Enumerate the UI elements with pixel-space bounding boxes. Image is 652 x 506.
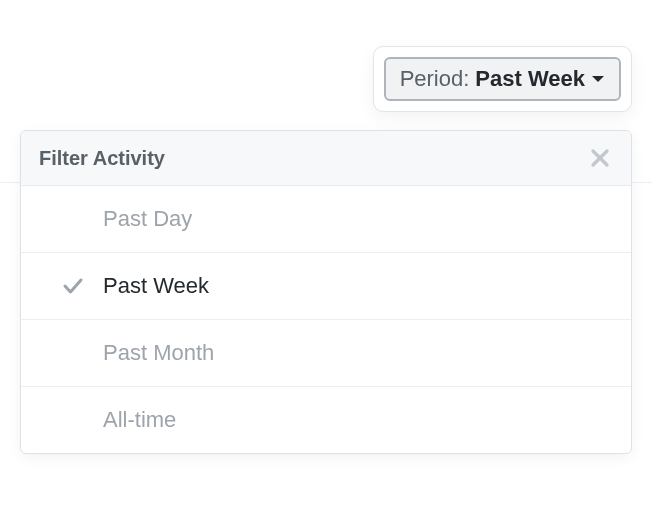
option-past-week[interactable]: Past Week <box>21 253 631 320</box>
option-label: Past Day <box>103 206 192 232</box>
check-icon <box>61 274 85 298</box>
period-label: Period: <box>400 68 470 90</box>
close-icon[interactable] <box>587 145 613 171</box>
period-dropdown-button[interactable]: Period: Past Week <box>384 57 621 101</box>
period-button-wrapper: Period: Past Week <box>373 46 632 112</box>
option-label: Past Month <box>103 340 214 366</box>
option-past-day[interactable]: Past Day <box>21 186 631 253</box>
filter-activity-panel: Filter Activity Past Day Past Week Past … <box>20 130 632 454</box>
panel-header: Filter Activity <box>21 131 631 186</box>
option-past-month[interactable]: Past Month <box>21 320 631 387</box>
period-value: Past Week <box>475 68 585 90</box>
option-label: All-time <box>103 407 176 433</box>
option-all-time[interactable]: All-time <box>21 387 631 453</box>
panel-title: Filter Activity <box>39 147 165 170</box>
caret-down-icon <box>591 75 605 84</box>
options-list: Past Day Past Week Past Month All-time <box>21 186 631 453</box>
option-label: Past Week <box>103 273 209 299</box>
